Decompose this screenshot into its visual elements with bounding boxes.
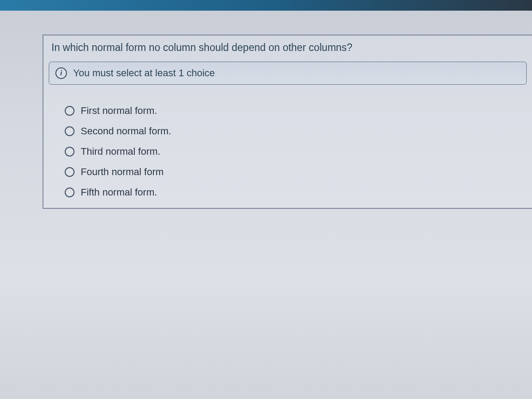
- question-card: In which normal form no column should de…: [43, 35, 532, 209]
- choice-label: First normal form.: [81, 105, 157, 117]
- radio-icon[interactable]: [65, 126, 74, 136]
- info-message: You must select at least 1 choice: [73, 67, 215, 79]
- choice-option[interactable]: Fifth normal form.: [65, 187, 527, 198]
- choice-option[interactable]: Third normal form.: [65, 146, 527, 157]
- choice-option[interactable]: Fourth normal form: [65, 166, 527, 178]
- choice-label: Third normal form.: [81, 146, 160, 157]
- info-icon: i: [55, 67, 67, 79]
- choice-label: Fifth normal form.: [81, 187, 157, 198]
- choice-label: Second normal form.: [81, 125, 171, 137]
- window-top-bar: [0, 0, 532, 11]
- choice-label: Fourth normal form: [81, 166, 164, 178]
- choice-option[interactable]: Second normal form.: [65, 125, 527, 137]
- radio-icon[interactable]: [65, 147, 74, 156]
- radio-icon[interactable]: [65, 167, 74, 177]
- choice-option[interactable]: First normal form.: [65, 105, 527, 117]
- radio-icon[interactable]: [65, 188, 74, 197]
- info-banner: i You must select at least 1 choice: [49, 62, 527, 85]
- radio-icon[interactable]: [65, 106, 74, 116]
- question-text: In which normal form no column should de…: [43, 35, 532, 62]
- choice-list: First normal form. Second normal form. T…: [43, 92, 532, 208]
